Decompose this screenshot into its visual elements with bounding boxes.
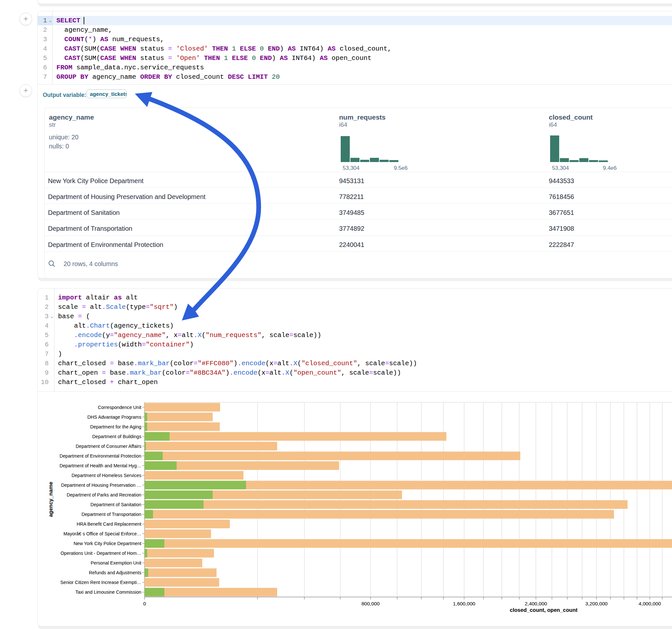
svg-text:Department of Consumer Affairs: Department of Consumer Affairs: [76, 444, 141, 449]
svg-text:3,200,000: 3,200,000: [585, 601, 608, 606]
svg-text:closed_count, open_count: closed_count, open_count: [510, 607, 578, 613]
svg-text:DHS Advantage Programs: DHS Advantage Programs: [88, 414, 141, 420]
svg-text:Department of Sanitation: Department of Sanitation: [91, 502, 141, 507]
svg-text:Department of Health and Menta: Department of Health and Mental Hyg…: [59, 463, 141, 468]
svg-text:Operations Unit - Department o: Operations Unit - Department of Hom…: [61, 551, 141, 556]
svg-text:Refunds and Adjustments: Refunds and Adjustments: [89, 570, 141, 575]
svg-text:Correspondence Unit: Correspondence Unit: [98, 405, 141, 410]
svg-text:Department of Homeless Service: Department of Homeless Services: [72, 473, 141, 478]
svg-text:2,400,000: 2,400,000: [525, 601, 547, 606]
svg-text:Department of Transportation: Department of Transportation: [81, 512, 141, 517]
svg-text:Department of Parks and Recrea: Department of Parks and Recreation: [67, 492, 141, 498]
svg-text:Personal Exemption Unit: Personal Exemption Unit: [91, 560, 141, 565]
svg-text:Mayorâ€ s Office of Special En: Mayorâ€ s Office of Special Enforce…: [64, 531, 141, 536]
svg-text:Taxi and Limousine Commission: Taxi and Limousine Commission: [75, 589, 141, 595]
svg-text:0: 0: [143, 601, 146, 606]
svg-text:Department of Buildings: Department of Buildings: [92, 434, 141, 439]
svg-text:1,600,000: 1,600,000: [453, 601, 475, 606]
svg-text:800,000: 800,000: [361, 601, 380, 606]
svg-text:New York City Police Departmen: New York City Police Department: [74, 541, 141, 546]
svg-text:Department of Housing Preserva: Department of Housing Preservation …: [61, 483, 141, 488]
svg-text:4,000,000: 4,000,000: [639, 601, 661, 606]
svg-text:HRA Benefit Card Replacement: HRA Benefit Card Replacement: [76, 522, 141, 527]
svg-text:Department for the Aging: Department for the Aging: [90, 424, 141, 429]
svg-text:Department of Environmental Pr: Department of Environmental Protection: [59, 453, 141, 459]
svg-text:agency_name: agency_name: [48, 482, 53, 517]
svg-text:Senior Citizen Rent Increase E: Senior Citizen Rent Increase Exempti…: [60, 580, 141, 585]
